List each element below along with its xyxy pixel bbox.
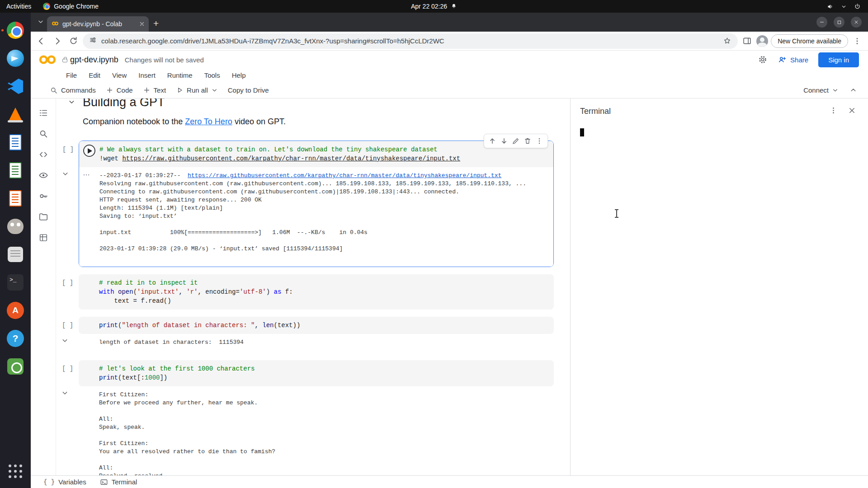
sidebar-table-of-contents-icon[interactable] xyxy=(38,108,49,118)
notebook-title[interactable]: gpt-dev.ipynb xyxy=(70,55,118,65)
share-button[interactable]: Share xyxy=(778,55,808,64)
bookmark-star-icon[interactable] xyxy=(723,37,731,45)
address-bar[interactable]: colab.research.google.com/drive/1JMLa53H… xyxy=(83,33,738,49)
browser-tab[interactable]: gpt-dev.ipynb - Colab xyxy=(47,16,149,32)
add-code-button[interactable]: Code xyxy=(106,86,133,94)
menu-tools[interactable]: Tools xyxy=(204,71,220,79)
terminal-more-icon[interactable] xyxy=(829,106,838,117)
terminal-close-icon[interactable] xyxy=(848,106,856,117)
zero-to-hero-link[interactable]: Zero To Hero xyxy=(185,117,232,126)
activities-button[interactable]: Activities xyxy=(6,3,31,10)
forward-button[interactable] xyxy=(51,34,64,48)
menu-insert[interactable]: Insert xyxy=(138,71,156,79)
chrome-update-button[interactable]: New Chrome available xyxy=(771,34,848,48)
close-window-button[interactable] xyxy=(851,17,862,28)
cell-code[interactable]: # read it in to inspect itwith open('inp… xyxy=(99,278,548,305)
variables-button[interactable]: { } Variables xyxy=(43,478,86,486)
edit-cell-icon[interactable] xyxy=(510,136,521,146)
terminal-button[interactable]: Terminal xyxy=(100,478,137,486)
window-controls xyxy=(816,17,862,28)
run-all-button[interactable]: Run all xyxy=(176,86,218,94)
clock-button[interactable]: Apr 22 02:26 xyxy=(411,3,457,10)
text-editor-icon[interactable] xyxy=(4,243,27,266)
cell-more-icon[interactable] xyxy=(534,136,545,146)
code-cell-3[interactable]: [ ]print("length of dataset in character… xyxy=(79,317,554,353)
menu-view[interactable]: View xyxy=(112,71,127,79)
cell-code[interactable]: print("length of dataset in characters: … xyxy=(99,321,548,330)
move-cell-down-icon[interactable] xyxy=(499,136,509,146)
libreoffice-impress-icon[interactable] xyxy=(4,187,27,210)
tab-strip: gpt-dev.ipynb - Colab + xyxy=(31,13,868,32)
delete-cell-icon[interactable] xyxy=(522,136,533,146)
variables-icon: { } xyxy=(43,479,55,486)
messaging-app-icon[interactable] xyxy=(4,47,27,70)
cell-code[interactable]: # We always start with a dataset to trai… xyxy=(99,145,548,163)
extensions-icon[interactable] xyxy=(4,355,27,378)
copy-to-drive-label: Copy to Drive xyxy=(228,86,269,94)
maximize-button[interactable] xyxy=(834,17,844,28)
sign-in-button[interactable]: Sign in xyxy=(818,52,859,67)
minimize-button[interactable] xyxy=(816,17,827,28)
profile-avatar[interactable] xyxy=(756,35,768,47)
output-options-icon[interactable]: … xyxy=(83,169,90,177)
collapse-section-icon[interactable] xyxy=(68,99,75,108)
tab-title: gpt-dev.ipynb - Colab xyxy=(62,20,135,28)
focused-app-indicator[interactable]: Google Chrome xyxy=(43,3,99,10)
settings-gear-icon[interactable] xyxy=(758,55,768,65)
collapse-header-icon[interactable] xyxy=(849,86,857,94)
code-cell-4[interactable]: [ ]# let's look at the first 1000 charac… xyxy=(79,360,554,475)
notebook-heading: Building a GPT xyxy=(83,99,570,112)
sidebar-code-snippets-icon[interactable] xyxy=(38,149,49,160)
sidebar-files-icon[interactable] xyxy=(38,211,49,222)
connect-label: Connect xyxy=(803,86,829,94)
sidebar-variable-inspector-icon[interactable] xyxy=(38,170,49,181)
terminal-panel: Terminal xyxy=(571,99,868,475)
gimp-icon[interactable] xyxy=(4,215,27,238)
vscode-icon[interactable] xyxy=(4,75,27,98)
collapse-output-icon[interactable] xyxy=(61,389,69,399)
code-cell-1[interactable]: [ ]# We always start with a dataset to t… xyxy=(79,141,554,267)
collapse-output-icon[interactable] xyxy=(61,337,69,346)
copy-to-drive-button[interactable]: Copy to Drive xyxy=(228,86,269,94)
side-panel-icon[interactable] xyxy=(741,34,754,47)
sidebar-find-replace-icon[interactable] xyxy=(38,128,49,139)
sidebar-secrets-icon[interactable] xyxy=(38,191,49,202)
libreoffice-calc-icon[interactable] xyxy=(4,159,27,182)
tab-close-icon[interactable] xyxy=(139,21,145,27)
system-tray[interactable] xyxy=(827,3,868,10)
terminal-app-icon[interactable]: >_ xyxy=(4,271,27,294)
browser-menu-icon[interactable] xyxy=(851,35,863,47)
collapse-output-icon[interactable] xyxy=(61,170,69,179)
back-button[interactable] xyxy=(34,34,48,48)
sidebar-table-icon[interactable] xyxy=(38,232,49,243)
commands-label: Commands xyxy=(61,86,96,94)
cell-code[interactable]: # let's look at the first 1000 character… xyxy=(99,364,548,382)
variables-label: Variables xyxy=(58,478,86,486)
run-cell-button[interactable] xyxy=(83,145,95,157)
move-cell-up-icon[interactable] xyxy=(487,136,498,146)
terminal-body[interactable] xyxy=(571,124,868,475)
chrome-icon[interactable] xyxy=(4,19,27,42)
menu-file[interactable]: File xyxy=(66,71,77,79)
execution-count: [ ] xyxy=(62,322,73,329)
vlc-icon[interactable] xyxy=(4,103,27,126)
notebook-area[interactable]: Building a GPT Companion notebook to the… xyxy=(56,99,571,475)
commands-button[interactable]: Commands xyxy=(50,86,96,94)
ubuntu-software-icon[interactable]: A xyxy=(4,299,27,322)
connect-button[interactable]: Connect xyxy=(803,86,839,94)
site-settings-icon[interactable] xyxy=(89,36,97,46)
libreoffice-writer-icon[interactable] xyxy=(4,131,27,154)
url-text[interactable]: colab.research.google.com/drive/1JMLa53H… xyxy=(101,37,444,45)
colab-logo[interactable] xyxy=(37,54,58,66)
help-icon[interactable]: ? xyxy=(4,327,27,350)
code-cell-2[interactable]: [ ]# read it in to inspect itwith open('… xyxy=(79,274,554,310)
show-applications-icon[interactable] xyxy=(4,460,27,483)
clock-text: Apr 22 02:26 xyxy=(411,3,447,10)
menu-edit[interactable]: Edit xyxy=(89,71,100,79)
add-text-button[interactable]: Text xyxy=(143,86,166,94)
new-tab-button[interactable]: + xyxy=(153,19,159,28)
menu-help[interactable]: Help xyxy=(232,71,246,79)
menu-runtime[interactable]: Runtime xyxy=(167,71,193,79)
tab-list-chevron-icon[interactable] xyxy=(37,18,44,27)
reload-button[interactable] xyxy=(67,34,80,47)
